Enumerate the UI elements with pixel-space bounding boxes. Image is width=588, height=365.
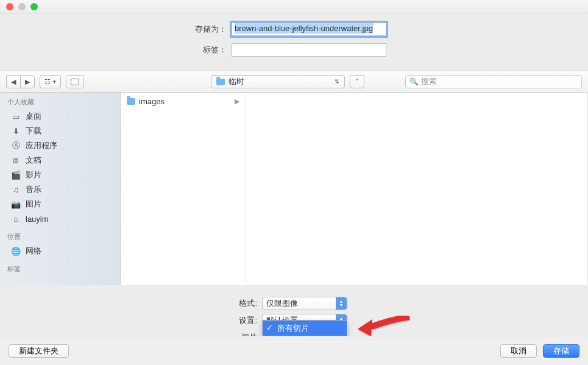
- tags-label: 标签：: [0, 44, 232, 55]
- folder-name: images: [139, 97, 165, 106]
- column-2: [246, 93, 588, 285]
- docs-icon: 🗎: [11, 156, 21, 165]
- save-button[interactable]: 存储: [543, 344, 579, 358]
- sidebar-item-label: 应用程序: [26, 140, 57, 151]
- locations-header: 位置: [0, 230, 120, 244]
- sidebar-item-documents[interactable]: 🗎文稿: [0, 153, 120, 168]
- group-button[interactable]: [66, 75, 84, 88]
- sidebar-item-downloads[interactable]: ⬇下载: [0, 124, 120, 138]
- chevron-up-icon: ˄: [355, 78, 359, 86]
- movies-icon: 🎬: [11, 171, 21, 179]
- search-placeholder: 搜索: [421, 76, 437, 87]
- collapse-button[interactable]: ˄: [350, 75, 364, 88]
- sidebar-item-label: 音乐: [26, 184, 41, 195]
- cancel-button[interactable]: 取消: [500, 344, 537, 358]
- home-icon: ⌂: [11, 214, 21, 223]
- disclosure-icon: ▶: [235, 97, 239, 105]
- sidebar-item-label: 网络: [26, 246, 41, 257]
- sidebar-item-home[interactable]: ⌂lauyim: [0, 211, 120, 226]
- save-as-input[interactable]: brown-and-blue-jellyfish-underwater.jpg: [232, 23, 386, 36]
- browser-toolbar: ◀ ▶ ☷ ▾ 临时 ⇅ ˄ 🔍 搜索: [0, 71, 588, 93]
- window-titlebar: [0, 0, 588, 13]
- tags-input[interactable]: [232, 43, 386, 57]
- folder-icon: [127, 98, 135, 105]
- folder-outline-icon: [71, 79, 79, 85]
- pictures-icon: 📷: [11, 200, 21, 208]
- sidebar-item-music[interactable]: ♫音乐: [0, 182, 120, 197]
- sidebar: 个人收藏 ▭桌面 ⬇下载 Ⓐ应用程序 🗎文稿 🎬影片 ♫音乐 📷图片 ⌂lauy…: [0, 93, 121, 285]
- format-value: 仅限图像: [266, 298, 298, 309]
- save-as-label: 存储为：: [0, 24, 232, 35]
- path-folder-name: 临时: [228, 76, 244, 87]
- search-icon: 🔍: [409, 77, 419, 86]
- favorites-header: 个人收藏: [0, 95, 120, 109]
- desktop-icon: ▭: [11, 112, 21, 121]
- format-select[interactable]: 仅限图像 ▲▼: [262, 297, 347, 310]
- folder-item-images[interactable]: images ▶: [121, 95, 246, 108]
- back-button[interactable]: ◀: [6, 75, 20, 88]
- sidebar-item-applications[interactable]: Ⓐ应用程序: [0, 138, 120, 153]
- file-browser: 个人收藏 ▭桌面 ⬇下载 Ⓐ应用程序 🗎文稿 🎬影片 ♫音乐 📷图片 ⌂lauy…: [0, 93, 588, 285]
- path-selector[interactable]: 临时 ⇅: [211, 75, 345, 88]
- network-icon: 🌐: [11, 247, 21, 255]
- sidebar-item-label: 文稿: [26, 155, 41, 166]
- action-bar: 新建文件夹 取消 存储: [0, 336, 588, 365]
- sidebar-item-label: 图片: [26, 199, 41, 210]
- select-arrows-icon: ▲▼: [336, 297, 347, 310]
- sidebar-item-label: 下载: [26, 126, 41, 136]
- columns-icon: ☷: [44, 78, 51, 86]
- forward-button[interactable]: ▶: [20, 75, 35, 88]
- sidebar-item-network[interactable]: 🌐网络: [0, 244, 120, 258]
- settings-label: 设置:: [0, 315, 262, 326]
- music-icon: ♫: [11, 185, 21, 194]
- sidebar-item-pictures[interactable]: 📷图片: [0, 197, 120, 211]
- zoom-window-button[interactable]: [30, 3, 38, 10]
- search-input[interactable]: 🔍 搜索: [405, 75, 582, 88]
- save-fields: 存储为： brown-and-blue-jellyfish-underwater…: [0, 13, 588, 71]
- chevron-down-icon: ▾: [53, 79, 56, 85]
- sidebar-item-label: 桌面: [26, 111, 41, 122]
- sidebar-item-movies[interactable]: 🎬影片: [0, 168, 120, 182]
- sidebar-item-desktop[interactable]: ▭桌面: [0, 109, 120, 124]
- save-as-value: brown-and-blue-jellyfish-underwater.jpg: [235, 23, 373, 34]
- sidebar-item-label: lauyim: [26, 214, 49, 224]
- download-icon: ⬇: [11, 127, 21, 135]
- updown-icon: ⇅: [335, 79, 339, 85]
- view-mode-button[interactable]: ☷ ▾: [40, 75, 61, 88]
- nav-buttons: ◀ ▶: [6, 75, 35, 88]
- column-1: images ▶: [121, 93, 246, 285]
- new-folder-button[interactable]: 新建文件夹: [9, 344, 69, 358]
- close-window-button[interactable]: [6, 3, 13, 10]
- apps-icon: Ⓐ: [11, 141, 21, 150]
- minimize-window-button: [18, 3, 26, 10]
- format-label: 格式:: [0, 298, 262, 309]
- sidebar-item-label: 影片: [26, 169, 41, 180]
- tags-header: 标签: [0, 262, 120, 276]
- folder-icon: [216, 79, 225, 85]
- dropdown-option-all-slices[interactable]: 所有切片: [263, 321, 347, 336]
